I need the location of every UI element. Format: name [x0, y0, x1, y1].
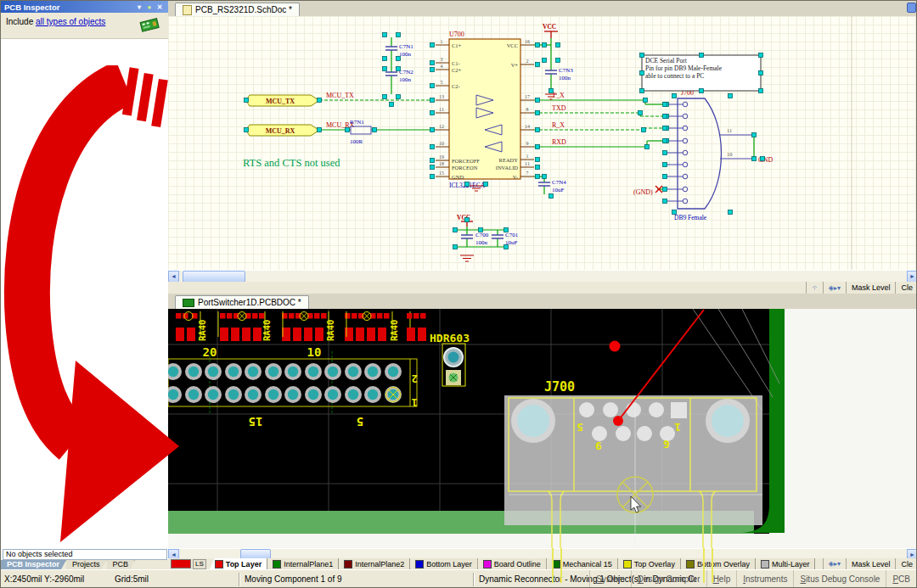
statusbar-panel-help[interactable]: Help: [706, 570, 737, 588]
netlabel-txd[interactable]: TXD: [552, 104, 566, 112]
netlabel-rxd[interactable]: RXD: [552, 138, 566, 146]
layer-tab-internalplane2[interactable]: InternalPlane2: [339, 558, 410, 569]
resistor-symbol[interactable]: R7N1 100R: [350, 119, 371, 145]
layer-tab-bottom-layer[interactable]: Bottom Layer: [410, 558, 478, 569]
c4-val: 10uF: [552, 187, 565, 193]
capacitor-c7n2[interactable]: [385, 72, 397, 76]
statusbar-panel-pcb[interactable]: PCB: [886, 570, 916, 588]
svg-text:MCU_RX: MCU_RX: [266, 127, 295, 135]
current-layer-swatch: [171, 559, 191, 568]
netlabel-t-x[interactable]: T_X: [552, 92, 565, 99]
panel-access-buttons: SystemDesign CompilerHelpInstrumentsSitu…: [589, 570, 916, 588]
scroll-right-icon[interactable]: ►: [907, 271, 917, 283]
include-types-link[interactable]: all types of objects: [36, 17, 105, 26]
vcc-label-top: VCC: [543, 23, 556, 31]
layer-tab-top-overlay[interactable]: Top Overlay: [618, 558, 681, 569]
schematic-mask-level-button[interactable]: Mask Level: [846, 282, 896, 294]
panel-tab-strip: PCB Inspector Projects PCB: [1, 560, 168, 569]
statusbar-panel-design-compiler[interactable]: Design Compiler: [631, 570, 706, 588]
statusbar-panel-situs-debug-console[interactable]: Situs Debug Console: [793, 570, 886, 588]
layer-sets-button[interactable]: LS: [193, 559, 206, 569]
schematic-doc-icon: [183, 5, 192, 15]
j700-num-6: 6: [595, 440, 602, 452]
schematic-clear-button[interactable]: Cle: [895, 282, 917, 294]
note-line-2: Pin for pin DB9 Male-Female: [645, 64, 723, 72]
c2-val: 100n: [399, 76, 412, 83]
include-label: Include: [6, 17, 33, 26]
status-bar: X:2450mil Y:-2960mil Grid:5mil Moving Co…: [1, 569, 917, 588]
footprint-dots-icon[interactable]: ⁘: [806, 282, 823, 294]
filter-dropper-icon[interactable]: ◈▸▾: [823, 558, 846, 569]
chevron-down-icon[interactable]: ▾: [134, 3, 144, 11]
svg-text:VCC: VCC: [507, 42, 518, 48]
rts-cts-annotation[interactable]: RTS and CTS not used: [243, 157, 340, 169]
layer-tab-label: Top Overlay: [634, 560, 675, 568]
panel-tab-pcb-inspector[interactable]: PCB Inspector: [1, 560, 66, 569]
layer-tab-mechanical-15[interactable]: Mechanical 15: [547, 558, 618, 569]
note-box[interactable]: DCE Serial Port Pin for pin DB9 Male-Fem…: [642, 55, 761, 91]
vcc-power-symbol[interactable]: [544, 31, 558, 38]
svg-text:FORCEOFF: FORCEOFF: [452, 158, 480, 164]
layer-tab-label: Top Layer: [226, 560, 262, 568]
pcb-editor-canvas[interactable]: RA40RA40RA40RA40 20 10 15: [168, 309, 917, 548]
schematic-hscrollbar[interactable]: ◄ ►: [168, 270, 917, 283]
layer-color-swatch: [623, 560, 632, 568]
svg-text:V+: V+: [511, 62, 519, 68]
svg-text:READY: READY: [499, 157, 519, 163]
pcb-inspector-panel: PCB Inspector ▾ ● ✕ Include all types of…: [1, 1, 169, 569]
inspector-titlebar[interactable]: PCB Inspector ▾ ● ✕: [1, 1, 168, 13]
c6-ref: C701: [505, 232, 519, 238]
schematic-scroll-thumb[interactable]: [183, 271, 245, 283]
note-line-1: DCE Serial Port: [645, 57, 688, 64]
panel-tab-projects[interactable]: Projects: [66, 560, 107, 569]
layer-color-swatch: [483, 560, 492, 568]
header-num-15: 15: [249, 415, 263, 428]
pcb-mask-level-button[interactable]: Mask Level: [846, 558, 896, 569]
statusbar-panel-system[interactable]: System: [589, 570, 630, 588]
layer-tab-board-outline[interactable]: Board Outline: [478, 558, 547, 569]
close-icon[interactable]: ✕: [155, 3, 165, 11]
db9-connector[interactable]: J700 DB9 Female 11 10 GND: [674, 89, 774, 221]
svg-text:C2-: C2-: [452, 83, 460, 89]
panel-tab-pcb[interactable]: PCB: [107, 560, 136, 569]
schematic-tabbar: PCB_RS2321D.SchDoc *: [168, 1, 917, 17]
layer-color-swatch: [686, 560, 695, 568]
altium-window: PCB Inspector ▾ ● ✕ Include all types of…: [0, 0, 917, 588]
cursor-coordinates: X:2450mil Y:-2960mil: [4, 570, 84, 588]
svg-text:V-: V-: [513, 174, 518, 180]
port-mcu-rx[interactable]: MCU_RX: [247, 125, 319, 136]
pcb-doc-tab[interactable]: PortSwitcher1D.PCBDOC *: [175, 295, 309, 309]
capacitor-c7n1[interactable]: [385, 47, 397, 50]
svg-text:R7N1: R7N1: [350, 119, 364, 126]
c1-val: 100n: [399, 51, 412, 58]
layer-color-swatch: [761, 560, 769, 568]
note-line-3: able to connect to a PC: [645, 72, 704, 80]
schematic-canvas[interactable]: U700 ICL3221ECA 1C1+3C1-4C2+5C2-13111210…: [168, 16, 917, 270]
schematic-doc-tab[interactable]: PCB_RS2321D.SchDoc *: [175, 3, 300, 16]
svg-text:15: 15: [439, 171, 444, 176]
netlabel-mcu-tx[interactable]: MCU_TX: [326, 92, 354, 99]
netlabel-r-x[interactable]: R_X: [552, 121, 565, 129]
layer-tab-top-layer[interactable]: Top Layer: [210, 558, 267, 569]
svg-text:10: 10: [439, 141, 444, 146]
silkscreen-overflow-line: [560, 548, 562, 583]
ic-refdes: U700: [449, 31, 464, 38]
capacitor-c7n4[interactable]: [538, 182, 550, 186]
filter-dropper-icon[interactable]: ◈▸▾: [823, 282, 846, 294]
tab-scroll-button[interactable]: [907, 3, 916, 13]
silkscreen-overflow-line: [712, 548, 713, 583]
scroll-left-icon[interactable]: ◄: [168, 271, 179, 283]
svg-text:11: 11: [525, 161, 530, 166]
netlabel-gnd-noerc[interactable]: (GND): [633, 188, 653, 196]
pcb-clear-button[interactable]: Cle: [895, 558, 917, 569]
board-right-edge: [769, 309, 785, 506]
layer-tab-bottom-overlay[interactable]: Bottom Overlay: [681, 558, 756, 569]
port-mcu-tx[interactable]: MCU_TX: [247, 95, 319, 106]
statusbar-panel-instruments[interactable]: Instruments: [736, 570, 793, 588]
db9-pin10: 10: [727, 151, 733, 157]
layer-tab-internalplane1[interactable]: InternalPlane1: [267, 558, 339, 569]
layer-tab-multi-layer[interactable]: Multi-Layer: [756, 558, 816, 569]
svg-text:1: 1: [526, 154, 529, 159]
pin-icon[interactable]: ●: [144, 3, 155, 11]
capacitor-c7n3[interactable]: [545, 70, 557, 74]
